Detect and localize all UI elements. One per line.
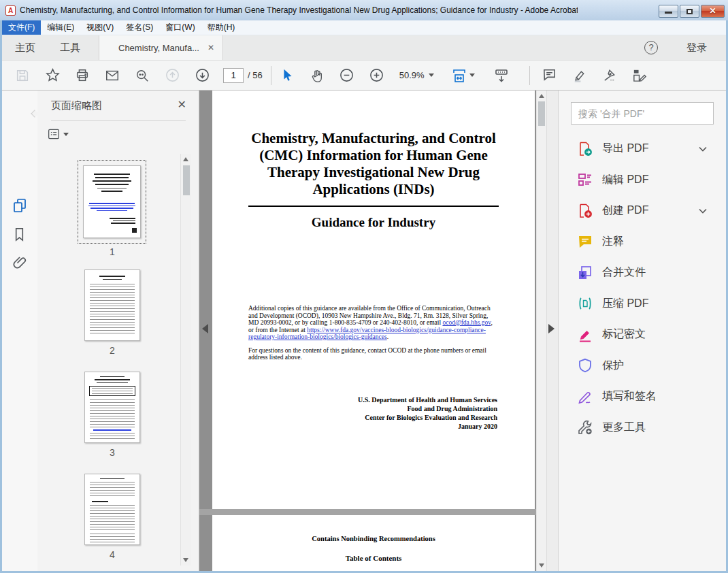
print-button[interactable] (72, 65, 93, 86)
find-button[interactable] (132, 65, 152, 86)
menu-file[interactable]: 文件(F) (2, 20, 41, 35)
previous-page-button[interactable] (162, 65, 182, 86)
tool-label: 注释 (602, 235, 624, 249)
panel-close-icon[interactable]: ✕ (178, 98, 186, 111)
thumbnail-label-1: 1 (78, 246, 146, 257)
page-down-icon (195, 67, 210, 83)
zoom-out-button[interactable] (337, 65, 357, 86)
scroll-up-arrow[interactable] (539, 94, 544, 98)
next-page-button[interactable] (192, 65, 212, 86)
thumbnail-page-1[interactable] (83, 165, 141, 238)
hand-icon (310, 68, 325, 83)
title-bar: A Chemistry, Manufacturing, and Control … (0, 0, 728, 20)
page-thumbnails-panel: 页面缩略图 ✕ 1 (37, 91, 199, 571)
highlight-button[interactable] (569, 65, 590, 86)
tool-label: 合并文件 (602, 265, 646, 280)
sign-button[interactable] (599, 65, 620, 86)
menu-window[interactable]: 窗口(W) (159, 20, 201, 35)
thumbnail-label-3: 3 (78, 447, 146, 458)
menu-sign[interactable]: 签名(S) (120, 20, 159, 35)
fit-width-button[interactable] (450, 65, 476, 86)
help-icon[interactable]: ? (644, 41, 658, 54)
favorite-button[interactable] (42, 65, 63, 86)
contact-paragraph: Additional copies of this guidance are a… (248, 305, 498, 341)
attachments-rail-button[interactable] (12, 255, 29, 272)
save-icon (15, 68, 30, 83)
close-button[interactable]: ✕ (701, 5, 725, 18)
restore-button[interactable] (680, 5, 699, 18)
questions-paragraph: For questions on the content of this gui… (248, 347, 498, 361)
panel-divider (51, 120, 186, 121)
document-canvas: Chemistry, Manufacturing, and Control (C… (199, 91, 536, 571)
tool-create-pdf[interactable]: 创建 PDF (559, 195, 727, 227)
sign-in-button[interactable]: 登录 (686, 42, 707, 54)
minimize-button[interactable] (659, 5, 678, 18)
tool-compress-pdf[interactable]: 压缩 PDF (559, 289, 727, 320)
bookmarks-rail-button[interactable] (12, 227, 29, 244)
email-link[interactable]: ocod@fda.hhs.gov (442, 319, 491, 326)
menu-view[interactable]: 视图(V) (80, 20, 120, 35)
thumbnail-page-2[interactable] (84, 269, 140, 341)
tool-combine-files[interactable]: 合并文件 (559, 257, 727, 289)
email-button[interactable] (102, 65, 122, 86)
scroll-down-arrow[interactable] (183, 558, 188, 562)
tool-label: 填写和签名 (602, 389, 657, 404)
collapse-left-panel-arrow[interactable] (202, 324, 208, 333)
tab-bar: 主页 工具 Chemistry, Manufa... ✕ ? 登录 (2, 35, 726, 60)
menu-bar: 文件(F) 编辑(E) 视图(V) 签名(S) 窗口(W) 帮助(H) (2, 20, 726, 35)
scroll-down-arrow[interactable] (539, 563, 544, 568)
document-tab[interactable]: Chemistry, Manufa... ✕ (99, 35, 223, 60)
zoom-in-button[interactable] (367, 65, 387, 86)
menu-help[interactable]: 帮助(H) (201, 20, 242, 35)
bookmark-icon (12, 227, 27, 242)
thumbnail-options-button[interactable] (47, 127, 74, 142)
menu-edit[interactable]: 编辑(E) (41, 20, 80, 35)
document-scrollbar[interactable] (536, 91, 546, 571)
tab-tools[interactable]: 工具 (60, 35, 80, 60)
tools-search-input[interactable] (571, 102, 714, 125)
tab-home[interactable]: 主页 (15, 35, 35, 60)
tool-label: 标记密文 (602, 327, 646, 342)
pdf-page-1[interactable]: Chemistry, Manufacturing, and Control (C… (212, 91, 535, 509)
protect-shield-icon (577, 357, 593, 374)
expand-right-panel-arrow[interactable] (548, 324, 555, 333)
tool-more-tools[interactable]: 更多工具 (559, 412, 727, 444)
pdf-page-2[interactable]: Contains Nonbinding Recommendations Tabl… (212, 515, 535, 571)
thumbnail-page-3[interactable] (84, 372, 140, 443)
tool-redact[interactable]: 标记密文 (559, 319, 727, 350)
chevron-down-icon[interactable] (698, 206, 708, 216)
tool-comment[interactable]: 注释 (559, 227, 727, 258)
zoom-in-icon (369, 67, 384, 83)
fill-sign-button[interactable] (629, 65, 650, 86)
select-tool-button[interactable] (277, 65, 297, 86)
tool-fill-sign[interactable]: 填写和签名 (559, 381, 727, 412)
tab-close-icon[interactable]: ✕ (208, 43, 214, 52)
thumbnail-label-2: 2 (78, 345, 146, 356)
boxed-text (89, 386, 135, 396)
page-thumbnails-rail-button[interactable] (12, 197, 29, 215)
scroll-mode-button[interactable] (491, 65, 512, 86)
tool-label: 创建 PDF (602, 203, 648, 218)
thumbnail-content (85, 478, 139, 545)
email-icon (105, 68, 120, 83)
zoom-level-dropdown[interactable]: 50.9% (399, 70, 434, 80)
page-separator (199, 509, 536, 515)
thumbnails-scrollbar[interactable] (180, 154, 191, 566)
nonbinding-header: Contains Nonbinding Recommendations (212, 535, 535, 542)
hand-tool-button[interactable] (307, 65, 327, 86)
scroll-up-arrow[interactable] (183, 157, 188, 161)
chevron-down-icon[interactable] (698, 144, 708, 154)
save-button[interactable] (12, 65, 33, 86)
tool-edit-pdf[interactable]: 编辑 PDF (559, 165, 727, 196)
toolbar-separator (271, 66, 271, 85)
scrollbar-thumb[interactable] (183, 165, 190, 195)
comment-button[interactable] (540, 65, 560, 86)
star-icon (45, 67, 61, 83)
scrollbar-thumb[interactable] (538, 101, 545, 126)
tool-export-pdf[interactable]: 导出 PDF (559, 133, 727, 165)
tool-label: 更多工具 (602, 421, 646, 435)
page-number-input[interactable] (223, 68, 244, 83)
thumbnail-page-4[interactable] (84, 474, 140, 545)
tool-protect[interactable]: 保护 (559, 350, 727, 382)
organization-block: U.S. Department of Health and Human Serv… (212, 395, 497, 431)
